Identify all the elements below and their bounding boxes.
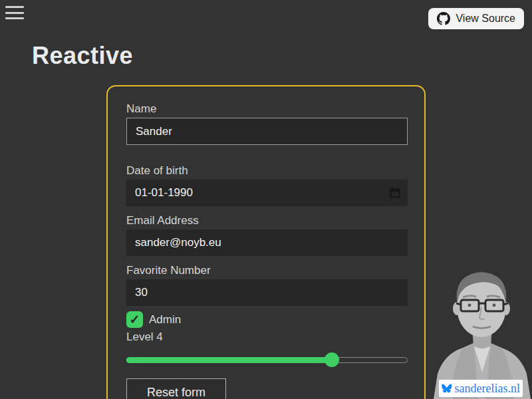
dob-field [126, 180, 408, 206]
name-input[interactable] [126, 118, 408, 145]
menu-button[interactable] [5, 6, 24, 19]
view-source-button[interactable]: View Source [428, 8, 524, 29]
email-input[interactable] [126, 229, 408, 256]
hamburger-icon [5, 12, 24, 14]
hamburger-icon [5, 6, 24, 8]
email-label: Email Address [126, 214, 408, 227]
calendar-icon[interactable] [390, 188, 400, 198]
level-label: Level 4 [126, 331, 408, 343]
checkmark-icon: ✓ [130, 313, 140, 326]
admin-label: Admin [149, 313, 181, 327]
admin-checkbox-row[interactable]: ✓ Admin [126, 311, 408, 328]
portrait-photo [432, 266, 532, 399]
favorite-number-input[interactable] [126, 279, 408, 306]
level-slider[interactable] [126, 352, 408, 367]
favorite-number-label: Favorite Number [126, 264, 408, 277]
page-title: Reactive [32, 42, 133, 70]
name-label: Name [126, 102, 408, 115]
reactive-form: Name Date of birth Email Address Favorit… [106, 85, 426, 399]
dob-label: Date of birth [126, 164, 408, 177]
github-icon [437, 12, 450, 25]
admin-checkbox[interactable]: ✓ [126, 311, 143, 328]
dob-input[interactable] [126, 180, 408, 206]
slider-thumb[interactable] [325, 352, 339, 367]
butterfly-icon [442, 382, 452, 395]
watermark: sanderelias.nl [439, 380, 523, 397]
reset-form-button[interactable]: Reset form [126, 378, 226, 399]
view-source-label: View Source [456, 13, 515, 25]
slider-fill [126, 357, 332, 363]
watermark-text: sanderelias.nl [455, 382, 520, 396]
hamburger-icon [5, 17, 24, 19]
